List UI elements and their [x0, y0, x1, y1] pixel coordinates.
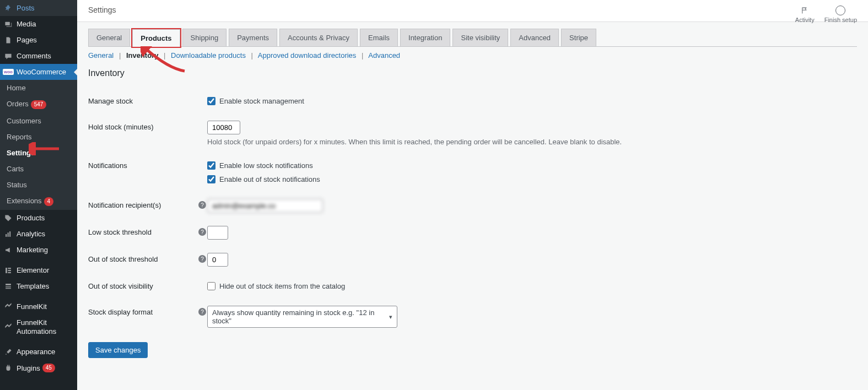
sidebar-item-comments[interactable]: Comments: [0, 48, 77, 64]
svg-rect-5: [6, 268, 7, 273]
label-oos-threshold: Out of stock threshold: [88, 253, 198, 263]
tab-general[interactable]: General: [88, 29, 130, 46]
svg-rect-0: [5, 21, 9, 25]
sidebar-item-label: Analytics: [17, 230, 45, 238]
tab-payments[interactable]: Payments: [229, 29, 277, 46]
circle-icon: [835, 6, 845, 15]
sidebar-item-analytics[interactable]: Analytics: [0, 226, 77, 242]
sidebar-item-woocommerce[interactable]: woo WooCommerce: [0, 64, 77, 80]
label-hold-stock: Hold stock (minutes): [88, 121, 198, 131]
pin-icon: [4, 4, 12, 12]
label-oos-visibility: Out of stock visibility: [88, 280, 198, 290]
sidebar-item-media[interactable]: Media: [0, 16, 77, 32]
sidebar-item-label: Media: [17, 20, 36, 28]
help-icon[interactable]: ?: [198, 308, 206, 316]
tab-advanced[interactable]: Advanced: [510, 29, 559, 46]
tab-emails[interactable]: Emails: [360, 29, 398, 46]
row-oos-visibility: Out of stock visibility Hide out of stoc…: [88, 273, 857, 299]
funnelkit-icon: [4, 323, 12, 331]
hold-stock-input[interactable]: [207, 121, 240, 134]
nav-tabs: General Products Shipping Payments Accou…: [88, 22, 857, 47]
activity-button[interactable]: Activity: [795, 6, 815, 23]
low-threshold-input[interactable]: [207, 226, 228, 240]
finish-setup-button[interactable]: Finish setup: [824, 6, 857, 23]
plug-icon: [4, 364, 12, 372]
sidebar-item-plugins[interactable]: Plugins 45: [0, 360, 77, 376]
sidebar-item-funnelkit[interactable]: FunnelKit: [0, 299, 77, 315]
sidebar-sub-orders[interactable]: Orders547: [0, 96, 77, 113]
svg-rect-6: [8, 268, 11, 269]
checkbox-hide-oos[interactable]: Hide out of stock items from the catalog: [207, 282, 857, 290]
tab-products[interactable]: Products: [132, 29, 180, 47]
tab-site-visibility[interactable]: Site visibility: [452, 29, 508, 46]
media-icon: [4, 20, 12, 28]
help-icon[interactable]: ?: [198, 201, 206, 209]
hide-oos-checkbox[interactable]: [207, 282, 215, 290]
svg-rect-10: [6, 286, 11, 287]
svg-rect-2: [6, 234, 7, 237]
sidebar-sub-extensions[interactable]: Extensions4: [0, 193, 77, 210]
sidebar-sub-customers[interactable]: Customers: [0, 113, 77, 129]
manage-stock-checkbox[interactable]: [207, 97, 215, 105]
label-notifications: Notifications: [88, 159, 198, 170]
brush-icon: [4, 348, 12, 356]
hold-stock-desc: Hold stock (for unpaid orders) for x min…: [207, 138, 857, 146]
sidebar-item-products[interactable]: Products: [0, 210, 77, 226]
sublink-approved[interactable]: Approved download directories: [258, 51, 357, 59]
chart-icon: [4, 230, 12, 238]
comment-icon: [4, 52, 12, 60]
sidebar-item-label: WooCommerce: [17, 68, 66, 76]
sidebar-item-posts[interactable]: Posts: [0, 0, 77, 16]
sidebar-sub-home[interactable]: Home: [0, 80, 77, 96]
row-oos-threshold: Out of stock threshold ?: [88, 246, 857, 273]
low-stock-notif-checkbox[interactable]: [207, 161, 215, 170]
sidebar-sub-carts[interactable]: Carts: [0, 161, 77, 177]
display-format-select[interactable]: Always show quantity remaining in stock …: [207, 306, 397, 328]
sublink-advanced[interactable]: Advanced: [368, 51, 400, 59]
label-manage-stock: Manage stock: [88, 95, 198, 105]
help-icon[interactable]: ?: [198, 255, 206, 263]
recipients-input[interactable]: [207, 199, 323, 213]
page-icon: [4, 36, 12, 44]
tab-shipping[interactable]: Shipping: [182, 29, 227, 46]
topbar-actions: Activity Finish setup: [795, 6, 857, 23]
row-hold-stock: Hold stock (minutes) Hold stock (for unp…: [88, 114, 857, 153]
sidebar-item-label: Marketing: [17, 246, 48, 254]
sublink-downloadable[interactable]: Downloadable products: [171, 51, 246, 59]
checkbox-oos-notif[interactable]: Enable out of stock notifications: [207, 175, 857, 183]
svg-rect-11: [6, 288, 11, 288]
main-content: Settings Activity Finish setup General P…: [77, 0, 868, 390]
sidebar-item-label: Comments: [17, 52, 51, 60]
sidebar-sub-reports[interactable]: Reports: [0, 129, 77, 145]
sidebar-item-label: Pages: [17, 36, 37, 44]
sidebar-item-marketing[interactable]: Marketing: [0, 242, 77, 258]
sidebar-item-pages[interactable]: Pages: [0, 32, 77, 48]
sidebar-item-elementor[interactable]: Elementor: [0, 262, 77, 278]
row-notifications: Notifications Enable low stock notificat…: [88, 153, 857, 192]
sublink-general[interactable]: General: [88, 51, 114, 59]
sidebar-item-label: Posts: [17, 4, 35, 12]
sidebar-item-appearance[interactable]: Appearance: [0, 344, 77, 360]
sidebar-item-templates[interactable]: Templates: [0, 278, 77, 294]
extensions-count-badge: 4: [44, 197, 54, 206]
sidebar-sub-settings[interactable]: Settings: [0, 145, 77, 161]
tab-stripe[interactable]: Stripe: [561, 29, 596, 46]
save-button[interactable]: Save changes: [88, 342, 148, 358]
checkbox-low-stock-notif[interactable]: Enable low stock notifications: [207, 161, 857, 170]
sidebar-item-label: FunnelKit: [17, 302, 47, 311]
megaphone-icon: [4, 246, 12, 254]
woo-icon: woo: [4, 68, 12, 76]
sidebar-item-label: FunnelKit Automations: [17, 318, 73, 335]
oos-notif-checkbox[interactable]: [207, 175, 215, 183]
row-low-threshold: Low stock threshold ?: [88, 219, 857, 246]
oos-threshold-input[interactable]: [207, 253, 228, 267]
help-icon[interactable]: ?: [198, 228, 206, 236]
checkbox-manage-stock[interactable]: Enable stock management: [207, 97, 857, 105]
sidebar-item-funnelkit-automations[interactable]: FunnelKit Automations: [0, 315, 77, 339]
tab-accounts[interactable]: Accounts & Privacy: [279, 29, 358, 46]
svg-rect-4: [9, 231, 10, 237]
sublink-inventory[interactable]: Inventory: [126, 51, 159, 59]
label-display-format: Stock display format: [88, 306, 198, 316]
tab-integration[interactable]: Integration: [400, 29, 450, 46]
sidebar-sub-status[interactable]: Status: [0, 177, 77, 193]
